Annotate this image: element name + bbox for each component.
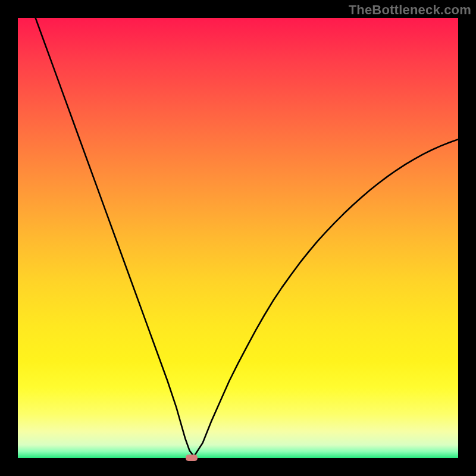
bottleneck-curve xyxy=(18,18,458,458)
dip-marker xyxy=(186,455,198,461)
watermark: TheBottleneck.com xyxy=(349,2,471,18)
plot-area xyxy=(18,18,458,458)
chart-frame: TheBottleneck.com xyxy=(0,0,476,476)
